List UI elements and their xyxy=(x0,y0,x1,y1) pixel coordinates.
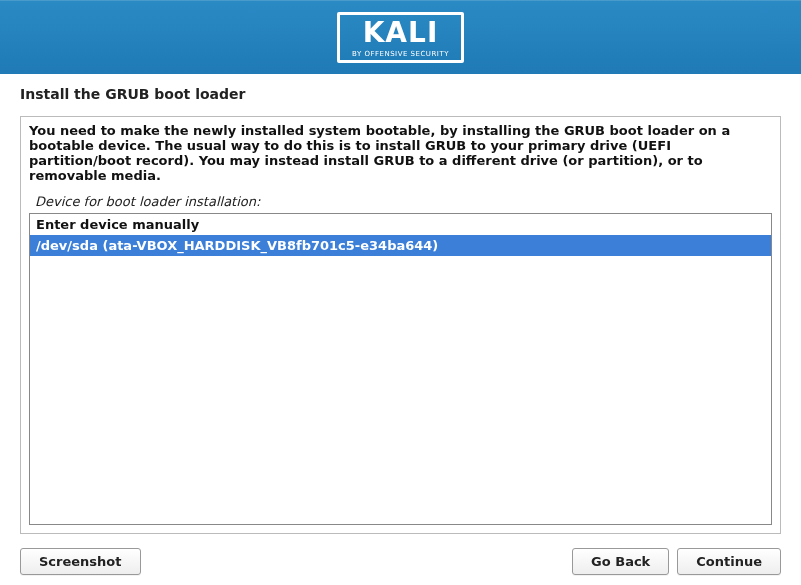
device-list-item[interactable]: Enter device manually xyxy=(30,214,771,235)
logo-subtext: BY OFFENSIVE SECURITY xyxy=(352,50,449,58)
device-list-item[interactable]: /dev/sda (ata-VBOX_HARDDISK_VB8fb701c5-e… xyxy=(30,235,771,256)
device-list[interactable]: Enter device manually/dev/sda (ata-VBOX_… xyxy=(29,213,772,525)
main-panel: You need to make the newly installed sys… xyxy=(20,116,781,534)
go-back-button[interactable]: Go Back xyxy=(572,548,669,575)
continue-button[interactable]: Continue xyxy=(677,548,781,575)
page-title: Install the GRUB boot loader xyxy=(0,74,801,108)
logo-text: KALI xyxy=(363,19,439,47)
header-banner: KALI BY OFFENSIVE SECURITY xyxy=(0,0,801,74)
main-content: You need to make the newly installed sys… xyxy=(0,108,801,534)
field-label: Device for boot loader installation: xyxy=(35,194,772,209)
instruction-text: You need to make the newly installed sys… xyxy=(29,124,772,184)
logo-frame: KALI BY OFFENSIVE SECURITY xyxy=(337,12,464,63)
footer-bar: Screenshot Go Back Continue xyxy=(0,534,801,575)
logo: KALI BY OFFENSIVE SECURITY xyxy=(337,12,464,63)
screenshot-button[interactable]: Screenshot xyxy=(20,548,141,575)
